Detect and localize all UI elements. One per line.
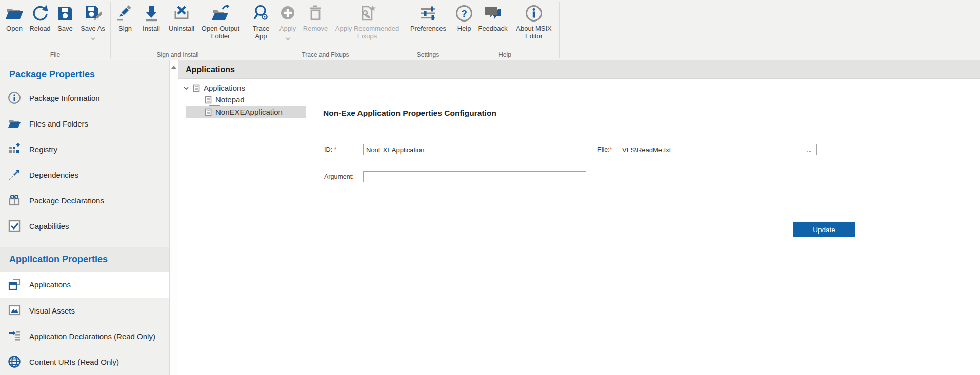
- sidebar-item-visual-assets[interactable]: Visual Assets: [0, 298, 169, 323]
- visual-assets-icon: [8, 304, 21, 317]
- ribbon-button-open-output-folder[interactable]: Open Output Folder: [198, 3, 243, 40]
- update-button[interactable]: Update: [793, 222, 855, 237]
- scroll-up-button[interactable]: [170, 60, 178, 73]
- ribbon-button-feedback[interactable]: Feedback: [476, 3, 510, 32]
- chevron-down-icon[interactable]: [183, 85, 190, 92]
- ribbon-button-label: Save: [57, 25, 73, 32]
- argument-label: Argument:: [324, 171, 354, 182]
- document-icon: [192, 84, 201, 92]
- sidebar-item-content-uris-read-only[interactable]: Content URIs (Read Only): [0, 349, 169, 374]
- sidebar-item-label: Files and Folders: [29, 119, 88, 128]
- sidebar-item-label: Package Information: [29, 94, 100, 102]
- sidebar-item-dependencies[interactable]: Dependencies: [0, 162, 169, 187]
- ribbon-button-open[interactable]: Open: [2, 3, 27, 32]
- ribbon-toolbar: OpenReloadSaveSave AsFileSignInstallUnin…: [0, 0, 980, 60]
- ribbon-button-label: Apply: [279, 25, 296, 32]
- ribbon-button-apply-recommended-fixups: Apply Recommended Fixups: [330, 3, 404, 40]
- sidebar-item-capabilities[interactable]: Capabilities: [0, 213, 169, 239]
- ribbon-group-label: Help: [451, 51, 559, 60]
- ribbon-button-label: Sign: [118, 25, 132, 32]
- msix-editor-window: OpenReloadSaveSave AsFileSignInstallUnin…: [0, 0, 980, 375]
- sidebar-heading-application-properties: Application Properties: [0, 247, 169, 272]
- ribbon-button-install[interactable]: Install: [137, 3, 165, 32]
- sidebar-item-label: Applications: [29, 280, 71, 289]
- svg-text:?: ?: [461, 8, 467, 19]
- ribbon-button-save[interactable]: Save: [53, 3, 77, 32]
- sign-icon: [116, 4, 134, 23]
- ribbon-button-uninstall[interactable]: Uninstall: [165, 3, 198, 32]
- trace-app-icon: [252, 4, 270, 23]
- ribbon-button-label: Install: [143, 25, 160, 32]
- ribbon-button-save-as[interactable]: Save As: [77, 3, 109, 37]
- registry-icon: [8, 142, 21, 156]
- file-label: File:*: [597, 144, 612, 155]
- ribbon-button-label: Remove: [303, 25, 328, 32]
- ribbon-group-sign-and-install: SignInstallUninstallOpen Output FolderSi…: [111, 0, 245, 60]
- ribbon-button-trace-app[interactable]: Trace App: [247, 3, 275, 40]
- help-icon: ?: [455, 4, 473, 23]
- tree-item-label: Applications: [204, 84, 245, 92]
- about-icon: [525, 4, 543, 23]
- ribbon-button-help[interactable]: ?Help: [452, 3, 476, 32]
- sidebar-item-label: Capabilities: [29, 222, 69, 231]
- content-uris-icon: [8, 355, 21, 368]
- form-heading: Non-Exe Application Properties Configura…: [323, 109, 496, 118]
- remove-icon: [306, 4, 325, 23]
- triangle-up-icon: [171, 66, 176, 69]
- ribbon-group-file: OpenReloadSaveSave AsFile: [0, 0, 110, 60]
- sidebar-item-files-and-folders[interactable]: Files and Folders: [0, 111, 169, 136]
- files-folders-icon: [8, 117, 21, 130]
- ribbon-button-label: Reload: [29, 25, 50, 32]
- ribbon-button-label: Save As: [81, 25, 105, 32]
- ribbon-button-sign[interactable]: Sign: [113, 3, 137, 32]
- content-area: Applications ApplicationsNotepadNonEXEAp…: [178, 60, 980, 375]
- document-icon: [204, 96, 212, 104]
- uninstall-icon: [172, 4, 191, 23]
- ribbon-group-help: ?HelpFeedbackAbout MSIX EditorHelp: [450, 0, 559, 60]
- sidebar-item-label: Dependencies: [29, 171, 78, 179]
- ribbon-group-label: File: [1, 51, 110, 60]
- argument-input[interactable]: [363, 171, 586, 182]
- sidebar-item-label: Visual Assets: [29, 306, 75, 315]
- apply-icon: [278, 4, 297, 23]
- ribbon-group-label: Trace and Fixups: [246, 51, 405, 60]
- applications-icon: [8, 278, 21, 291]
- ribbon-button-reload[interactable]: Reload: [27, 3, 53, 32]
- ribbon-button-label: Feedback: [478, 25, 507, 32]
- open-output-folder-icon: [211, 4, 230, 23]
- app-declarations-icon: [8, 329, 21, 343]
- ribbon-button-label: Help: [457, 25, 471, 32]
- ribbon-group-trace-and-fixups: Trace AppApplyRemoveApply Recommended Fi…: [245, 0, 406, 60]
- ribbon-button-remove: Remove: [301, 3, 330, 32]
- sidebar-item-label: Application Declarations (Read Only): [29, 332, 155, 341]
- file-input-group: ...: [619, 144, 817, 155]
- tree-item-applications[interactable]: Applications: [178, 82, 306, 94]
- save-as-icon: [84, 4, 102, 23]
- tree-item-label: NonEXEApplication: [215, 108, 283, 116]
- browse-file-button[interactable]: ...: [804, 144, 816, 155]
- sidebar-item-label: Registry: [29, 145, 57, 154]
- save-icon: [56, 4, 74, 23]
- sidebar-item-package-declarations[interactable]: Package Declarations: [0, 187, 169, 213]
- sidebar-item-label: Package Declarations: [29, 196, 104, 205]
- ribbon-button-about-msix-editor[interactable]: About MSIX Editor: [510, 3, 558, 40]
- id-input[interactable]: [363, 144, 586, 155]
- applications-tree: ApplicationsNotepadNonEXEApplication: [178, 79, 306, 375]
- tree-item-nonexeapplication[interactable]: NonEXEApplication: [186, 106, 306, 118]
- capabilities-icon: [8, 219, 21, 233]
- ribbon-button-label: About MSIX Editor: [510, 25, 558, 40]
- file-input[interactable]: [619, 144, 804, 155]
- chevron-down-icon: [91, 33, 95, 37]
- info-circle-icon: [8, 91, 21, 105]
- sidebar-scrollbar[interactable]: [169, 60, 178, 375]
- sidebar-item-package-information[interactable]: Package Information: [0, 85, 169, 111]
- sidebar-item-registry[interactable]: Registry: [0, 136, 169, 162]
- ribbon-group-label: Sign and Install: [111, 51, 244, 60]
- sidebar-item-applications[interactable]: Applications: [0, 272, 169, 298]
- id-label: ID: *: [324, 144, 336, 155]
- ribbon-button-apply: Apply: [275, 3, 301, 37]
- sidebar-item-application-declarations-read-only[interactable]: Application Declarations (Read Only): [0, 323, 169, 349]
- ribbon-button-preferences[interactable]: Preferences: [408, 3, 448, 32]
- tree-item-notepad[interactable]: Notepad: [178, 94, 306, 106]
- ribbon-group-settings: PreferencesSettings: [406, 0, 450, 60]
